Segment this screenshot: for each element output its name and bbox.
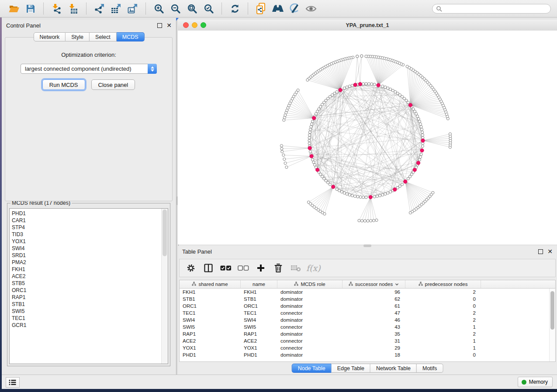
table-cell[interactable]: 31: [343, 338, 405, 344]
table-cell[interactable]: dominator: [277, 296, 343, 302]
search-field[interactable]: [432, 4, 551, 14]
mcds-result-item[interactable]: ORC1: [12, 287, 168, 294]
table-cell[interactable]: STB1: [241, 296, 277, 302]
mcds-result-item[interactable]: RAP1: [12, 294, 168, 301]
table-cell[interactable]: connector: [277, 324, 343, 330]
select-all-button[interactable]: [219, 261, 233, 275]
table-row[interactable]: FKH1FKH1dominator962: [180, 289, 555, 296]
table-cell[interactable]: connector: [277, 338, 343, 344]
mcds-result-item[interactable]: TEC1: [12, 315, 168, 322]
memory-button[interactable]: Memory: [518, 377, 553, 387]
table-cell[interactable]: YOX1: [180, 345, 241, 351]
table-cell[interactable]: TEC1: [180, 310, 241, 316]
column-header-mcds-role[interactable]: MCDS role: [277, 280, 343, 288]
mcds-result-item[interactable]: STB1: [12, 301, 168, 308]
scrollbar-thumb[interactable]: [550, 291, 554, 330]
table-cell[interactable]: FKH1: [241, 289, 277, 295]
export-table-button[interactable]: [108, 2, 124, 16]
delete-table-button[interactable]: [289, 261, 303, 275]
table-row[interactable]: SWI4SWI4dominator462: [180, 316, 555, 323]
table-cell[interactable]: 0: [405, 352, 481, 358]
network-window-titlebar[interactable]: YPA_prune.txt_1: [178, 20, 557, 31]
table-cell[interactable]: 47: [343, 310, 405, 316]
table-cell[interactable]: 1: [405, 345, 481, 351]
table-cell[interactable]: ORC1: [241, 303, 277, 309]
table-cell[interactable]: RAP1: [180, 331, 241, 337]
float-table-panel-icon[interactable]: [538, 249, 543, 254]
table-cell[interactable]: 2: [405, 317, 481, 323]
add-column-button[interactable]: [254, 261, 268, 275]
table-cell[interactable]: FKH1: [180, 289, 241, 295]
mcds-result-item[interactable]: SWI4: [12, 245, 168, 252]
tab-mcds[interactable]: MCDS: [117, 32, 145, 41]
zoom-in-button[interactable]: [151, 2, 167, 16]
panel-resize-handle[interactable]: [363, 244, 371, 247]
table-cell[interactable]: ORC1: [180, 303, 241, 309]
show-columns-button[interactable]: [201, 261, 215, 275]
table-cell[interactable]: 0: [405, 296, 481, 302]
export-web-button[interactable]: [253, 2, 269, 16]
zoom-fit-button[interactable]: [184, 2, 200, 16]
minimize-window-icon[interactable]: [192, 22, 197, 28]
export-network-button[interactable]: [92, 2, 107, 16]
table-cell[interactable]: dominator: [277, 331, 343, 337]
table-cell[interactable]: TEC1: [241, 310, 277, 316]
table-cell[interactable]: 62: [343, 296, 405, 302]
hide-details-button[interactable]: [287, 2, 302, 16]
mcds-result-item[interactable]: PMA2: [12, 259, 168, 266]
tab-network[interactable]: Network: [33, 32, 66, 41]
show-details-button[interactable]: [303, 2, 319, 16]
zoom-out-button[interactable]: [168, 2, 183, 16]
network-graph[interactable]: [178, 31, 557, 244]
save-button[interactable]: [23, 2, 38, 16]
tab-motifs[interactable]: Motifs: [417, 364, 443, 373]
table-cell[interactable]: connector: [277, 310, 343, 316]
table-cell[interactable]: SWI4: [241, 317, 277, 323]
network-canvas[interactable]: [178, 31, 557, 244]
task-history-button[interactable]: [6, 377, 20, 388]
tab-select[interactable]: Select: [90, 32, 117, 41]
table-cell[interactable]: 61: [343, 303, 405, 309]
mcds-result-item[interactable]: STP4: [12, 224, 168, 231]
tab-style[interactable]: Style: [66, 32, 90, 41]
table-cell[interactable]: dominator: [277, 352, 343, 358]
import-table-button[interactable]: [66, 2, 81, 16]
mcds-result-item[interactable]: STB5: [12, 280, 168, 287]
table-row[interactable]: RAP1RAP1dominator352: [180, 330, 555, 337]
mcds-result-item[interactable]: GCR1: [12, 322, 168, 329]
table-row[interactable]: TEC1TEC1connector472: [180, 309, 555, 316]
table-row[interactable]: SWI5SWI5connector431: [180, 323, 555, 330]
import-network-button[interactable]: [49, 2, 65, 16]
table-cell[interactable]: 46: [343, 317, 405, 323]
column-header-predecessor-nodes[interactable]: predecessor nodes: [405, 280, 481, 288]
table-row[interactable]: ORC1ORC1dominator610: [180, 303, 555, 309]
table-cell[interactable]: YOX1: [241, 345, 277, 351]
table-cell[interactable]: 2: [405, 289, 481, 295]
table-cell[interactable]: dominator: [277, 303, 343, 309]
table-cell[interactable]: 1: [405, 338, 481, 344]
table-cell[interactable]: 43: [343, 324, 405, 330]
find-button[interactable]: [270, 2, 286, 16]
table-cell[interactable]: 18: [343, 352, 405, 358]
search-input[interactable]: [444, 5, 547, 12]
table-cell[interactable]: dominator: [277, 289, 343, 295]
table-cell[interactable]: connector: [277, 345, 343, 351]
close-window-icon[interactable]: [183, 22, 189, 28]
table-cell[interactable]: SWI5: [241, 324, 277, 330]
mcds-result-item[interactable]: YOX1: [12, 238, 168, 245]
table-cell[interactable]: STB1: [180, 296, 241, 302]
close-panel-button[interactable]: Close panel: [91, 79, 135, 90]
column-header-successor-nodes[interactable]: successor nodes: [343, 280, 405, 288]
table-cell[interactable]: 96: [343, 289, 405, 295]
table-row[interactable]: STB1STB1dominator620: [180, 296, 555, 303]
refresh-button[interactable]: [227, 2, 243, 16]
tab-edge-table[interactable]: Edge Table: [332, 364, 370, 373]
table-cell[interactable]: RAP1: [241, 331, 277, 337]
table-cell[interactable]: 2: [405, 331, 481, 337]
tab-network-table[interactable]: Network Table: [370, 364, 417, 373]
table-cell[interactable]: 2: [405, 310, 481, 316]
mcds-list-scrollbar[interactable]: [161, 209, 168, 364]
maximize-window-icon[interactable]: [201, 22, 206, 28]
table-cell[interactable]: dominator: [277, 317, 343, 323]
table-settings-button[interactable]: [184, 261, 198, 275]
